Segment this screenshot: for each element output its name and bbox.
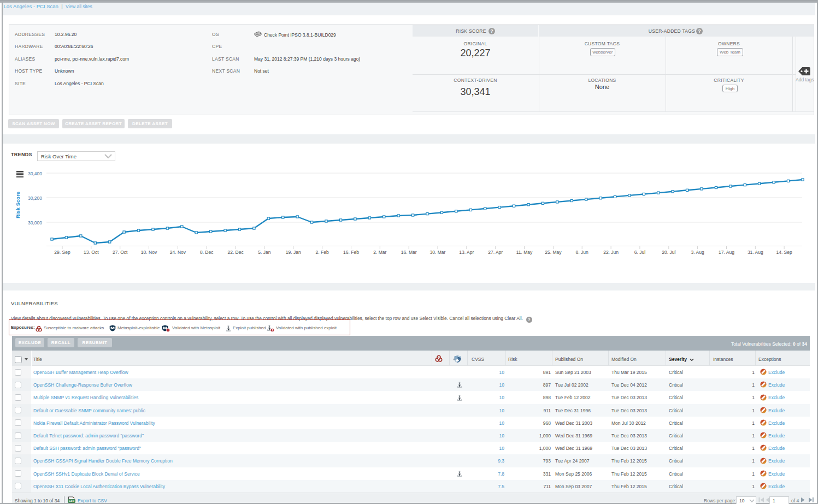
svg-text:CSV: CSV (69, 500, 74, 502)
